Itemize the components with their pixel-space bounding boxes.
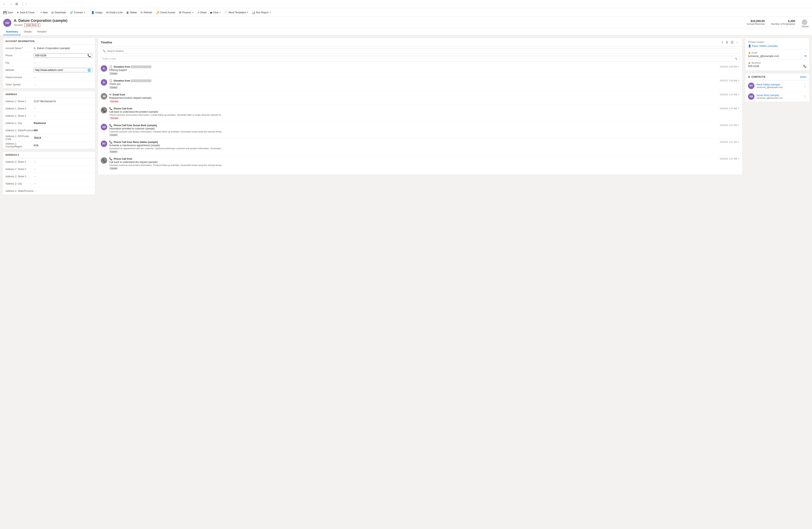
refresh-button[interactable]: ↻ Refresh — [139, 10, 154, 15]
contact-more-button[interactable]: ⋮ — [803, 84, 807, 88]
expand-icon[interactable]: ∨ — [738, 93, 740, 96]
contacts-grid-icon: ⊞ — [748, 75, 750, 78]
website-input[interactable]: 🌐 — [34, 68, 92, 72]
addr2-street3-value: --- — [34, 175, 92, 178]
expand-icon[interactable]: ∨ — [738, 79, 740, 82]
save-icon: 💾 — [3, 11, 7, 14]
tl-subtitle: Information provided to customer (sample… — [109, 127, 718, 130]
tl-title-row: ✉ Email from — [109, 93, 718, 96]
tl-title: Donation from ████████████ — [114, 66, 151, 68]
delete-button[interactable]: 🗑 Delete — [125, 10, 139, 15]
timeline-content: 📞 Phone Call from Susan Burk (sample) In… — [109, 124, 718, 136]
field-addr2-street1: Address 2: Street 1 --- — [3, 158, 95, 166]
home-button[interactable]: ⊞ — [15, 1, 19, 7]
tl-desc: Scheduled an appointment with the custom… — [109, 147, 718, 149]
note-placeholder: Enter a note... — [103, 57, 118, 60]
new-button[interactable]: + New — [39, 10, 49, 15]
back-button[interactable]: ← — [2, 1, 6, 7]
primary-business-field: 🔒 Business 555-0108 📞 — [748, 61, 807, 68]
timeline-more-button[interactable]: ⋯ — [736, 40, 740, 45]
annual-revenue-value: $10,000.00 — [747, 19, 765, 23]
tl-title-row: 📞 Phone Call from — [109, 107, 718, 110]
app-switcher[interactable]: ⋮⋮ — [20, 1, 28, 7]
field-addr2-city: Address 2: City --- — [3, 180, 95, 187]
contacts-header: ⊞ CONTACTS Select — [745, 73, 809, 81]
field-street1: Address 1: Street 1 2137 Birchwood Dr — [3, 98, 95, 105]
timeline-search-input[interactable] — [107, 50, 738, 53]
expand-icon[interactable]: ∨ — [738, 124, 740, 126]
timeline-view-button[interactable]: ☰ — [730, 40, 734, 45]
connect-button[interactable]: 🔗 Connect ▾ — [68, 10, 87, 15]
timeline-search[interactable]: 🔍 — [101, 48, 740, 54]
primary-contact-card: Primary Contact 👤 Rene Valdes (sample) 🔒… — [745, 38, 810, 71]
owner-label: Owner — [802, 25, 809, 28]
save-button[interactable]: 💾 Save — [2, 10, 15, 15]
field-zip: Address 1: ZIP/Postal Code 78214 — [3, 134, 95, 142]
word-templates-button[interactable]: 📄 Word Templates ▾ — [223, 10, 250, 15]
street1-label: Address 1: Street 1 — [5, 100, 34, 103]
middle-column: Timeline + ⊻ ☰ ⋯ 🔍 Enter a note... 📎 — [98, 38, 742, 529]
email-link-button[interactable]: ✉ Email a Link — [105, 10, 124, 15]
timeline-content: ✉ Email from Replacement product shipped… — [109, 93, 718, 103]
timeline-content: 📞 Phone Call from Call back to understan… — [109, 157, 718, 170]
ticker-symbol-value: --- — [34, 83, 92, 86]
account-name-value: A. Datum Corporation (sample) — [34, 47, 92, 50]
employees-label: Number of Employees — [771, 23, 795, 26]
tab-summary[interactable]: Summary — [3, 28, 21, 35]
primary-contact-name[interactable]: 👤 Rene Valdes (sample) — [748, 44, 807, 47]
email-send-icon[interactable]: ✉ — [804, 55, 807, 58]
assign-button[interactable]: 👤 Assign — [89, 10, 104, 15]
street2-value: --- — [34, 107, 92, 110]
tl-date: 4/3/2021 2:07 AM ∨ — [720, 141, 740, 143]
flow-button[interactable]: ▶ Flow ▾ — [209, 10, 222, 15]
tl-desc: Checked customer and product information… — [109, 130, 718, 133]
account-info-header: ACCOUNT INFORMATION — [3, 38, 95, 45]
save-close-button[interactable]: ✕ Save & Close — [15, 10, 36, 15]
tl-right: 4/3/2021 2:07 AM ∨ — [720, 107, 740, 119]
street3-label: Address 1: Street 3 — [5, 114, 34, 117]
contact-name[interactable]: Rene Valdes (sample) — [756, 83, 801, 86]
tab-details[interactable]: Details — [21, 28, 34, 35]
share-icon: ↗ — [197, 11, 200, 14]
timeline-filter-button[interactable]: ⊻ — [725, 40, 729, 45]
tl-title: Phone Call from Susan Burk (sample) — [114, 124, 157, 127]
contact-icon: 👤 — [748, 44, 751, 47]
check-access-button[interactable]: 🔑 Check Access — [154, 10, 177, 15]
process-button[interactable]: ⚙ Process ▾ — [177, 10, 195, 15]
phone-field[interactable] — [35, 54, 87, 57]
addr2-street2-value: --- — [34, 168, 92, 171]
note-input-area[interactable]: Enter a note... 📎 — [101, 56, 740, 61]
expand-icon[interactable]: ∨ — [738, 107, 740, 110]
new-icon: + — [40, 11, 42, 14]
list-item: 📞 📞 Phone Call from Call back to underst… — [101, 155, 740, 172]
tl-subtitle: Replacement product shipped (sample) — [109, 97, 718, 99]
run-report-button[interactable]: 📊 Run Report ▾ — [250, 10, 272, 15]
website-field[interactable] — [35, 69, 87, 71]
expand-icon[interactable]: ∨ — [738, 157, 740, 160]
deactivate-button[interactable]: ⊘ Deactivate — [50, 10, 68, 15]
form-selector[interactable]: main form ▾ — [25, 23, 40, 27]
phone-call-icon[interactable]: 📞 — [803, 65, 807, 68]
status-badge: Closed — [109, 151, 118, 153]
phone-input[interactable]: 📞 — [34, 53, 92, 58]
forward-button[interactable]: → — [8, 1, 13, 7]
record-header-right: $10,000.00 Annual Revenue 6,200 Number o… — [747, 18, 809, 28]
tab-related[interactable]: Related — [34, 28, 49, 35]
phone-icon: 📞 — [109, 124, 113, 127]
city-label: Address 1: City — [5, 122, 34, 125]
timeline-header: Timeline + ⊻ ☰ ⋯ — [98, 38, 742, 47]
website-globe-icon: 🌐 — [87, 69, 91, 72]
contacts-select-button[interactable]: Select — [800, 75, 807, 78]
city-value: Redmond — [34, 121, 92, 125]
contact-more-button[interactable]: ⋮ — [803, 95, 807, 99]
expand-icon[interactable]: ∨ — [738, 141, 740, 143]
timeline-add-button[interactable]: + — [721, 40, 724, 45]
contact-name[interactable]: Susan Burk (sample) — [756, 94, 801, 97]
tl-title: Donation from ████████████ — [114, 80, 151, 82]
sep2 — [88, 10, 88, 15]
address2-card: ADDRESS 2 Address 2: Street 1 --- Addres… — [2, 152, 95, 195]
timeline-content: 📞 Phone Call from Call back to understan… — [109, 107, 718, 119]
tl-title-row: 📋 Donation from ████████████ — [109, 79, 718, 82]
expand-icon[interactable]: ∨ — [738, 65, 740, 68]
share-button[interactable]: ↗ Share — [195, 10, 208, 15]
